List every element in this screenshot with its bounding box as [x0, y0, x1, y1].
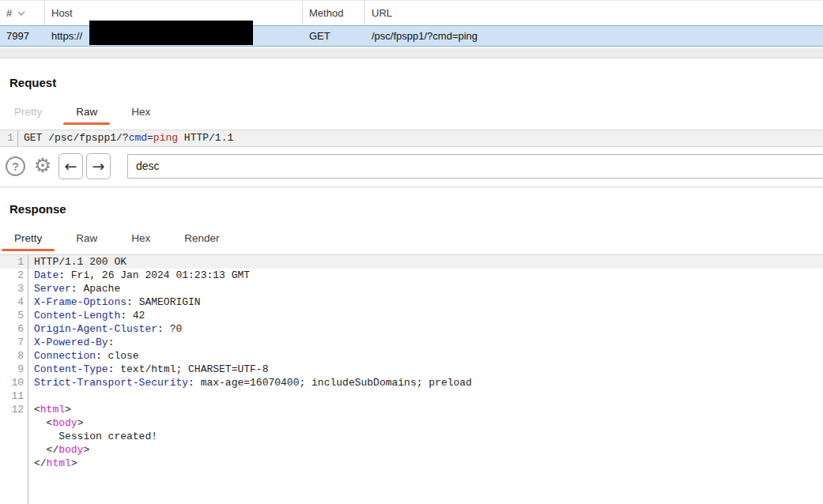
code-text: Content-Type: text/html; CHARSET=UTF-8 — [24, 363, 268, 376]
code-line: 1GET /psc/fpspp1/?cmd=ping HTTP/1.1 — [0, 130, 823, 146]
previous-match-button[interactable]: ← — [59, 153, 83, 179]
code-line: 11 — [0, 389, 823, 403]
column-header-number[interactable]: # — [0, 1, 45, 25]
code-text: Date: Fri, 26 Jan 2024 01:23:13 GMT — [24, 269, 250, 282]
code-text — [24, 389, 34, 403]
response-tab-raw[interactable]: Raw — [76, 232, 97, 245]
row-number-cell: 7997 — [0, 26, 45, 46]
line-number: 1 — [0, 130, 13, 146]
code-text: X-Powered-By: — [24, 336, 114, 349]
response-tab-pretty[interactable]: Pretty — [14, 232, 42, 245]
help-icon[interactable]: ? — [6, 156, 25, 176]
code-line: 1HTTP/1.1 200 OK — [0, 255, 823, 269]
row-url-cell: /psc/fpspp1/?cmd=ping — [365, 26, 823, 46]
column-header-method-label: Method — [309, 2, 343, 25]
code-line: Session created! — [0, 430, 823, 443]
request-editor[interactable]: 1GET /psc/fpspp1/?cmd=ping HTTP/1.1 — [0, 130, 823, 147]
column-header-host-label: Host — [51, 2, 73, 25]
line-number: 1 — [0, 255, 24, 269]
next-match-button[interactable]: → — [86, 153, 111, 179]
code-line: 7X-Powered-By: — [0, 336, 823, 349]
line-number: 10 — [0, 376, 24, 389]
redaction-box — [89, 21, 253, 45]
http-message-viewer: # Host Method URL 7997 https:// GET /psc… — [0, 0, 823, 504]
code-text: Strict-Transport-Security: max-age=16070… — [24, 376, 472, 389]
line-number: 7 — [0, 336, 24, 349]
line-number: 9 — [0, 363, 24, 376]
row-method-cell: GET — [303, 26, 365, 46]
line-number: 6 — [0, 322, 24, 336]
code-text: </html> — [24, 457, 77, 470]
search-input[interactable] — [127, 154, 823, 179]
search-toolbar: ? ⚙ ← → — [0, 149, 823, 182]
line-number — [0, 443, 24, 457]
code-line: 4X-Frame-Options: SAMEORIGIN — [0, 295, 823, 309]
response-lines: 1HTTP/1.1 200 OK2Date: Fri, 26 Jan 2024 … — [0, 255, 823, 470]
line-number: 5 — [0, 309, 24, 322]
request-tab-hex[interactable]: Hex — [131, 106, 150, 118]
line-number: 11 — [0, 389, 24, 403]
code-line: 12<html> — [0, 403, 823, 416]
code-text: X-Frame-Options: SAMEORIGIN — [24, 295, 201, 309]
line-number: 2 — [0, 269, 24, 282]
request-tab-raw[interactable]: Raw — [76, 106, 97, 118]
request-tab-pretty[interactable]: Pretty — [14, 106, 42, 118]
request-section-title: Request — [9, 76, 56, 89]
code-line: 5Content-Length: 42 — [0, 309, 823, 322]
line-number — [0, 430, 24, 443]
code-text: GET /psc/fpspp1/?cmd=ping HTTP/1.1 — [13, 130, 233, 146]
code-text: </body> — [24, 443, 89, 457]
line-number — [0, 416, 24, 430]
history-table: # Host Method URL 7997 https:// GET /psc… — [0, 0, 823, 58]
right-arrow-icon: → — [92, 157, 105, 175]
response-tab-render[interactable]: Render — [184, 232, 219, 245]
code-text: Server: Apache — [24, 282, 120, 295]
gutter-divider — [28, 255, 28, 504]
code-line: 9Content-Type: text/html; CHARSET=UTF-8 — [0, 363, 823, 376]
code-text: Session created! — [24, 430, 157, 443]
code-line: 3Server: Apache — [0, 282, 823, 295]
table-empty-strip — [0, 48, 823, 58]
response-tabs: Pretty Raw Hex Render — [14, 232, 220, 245]
code-line: <body> — [0, 416, 823, 430]
line-number: 12 — [0, 403, 24, 416]
column-header-url-label: URL — [372, 2, 392, 25]
code-text: Content-Length: 42 — [24, 309, 145, 322]
response-tab-hex[interactable]: Hex — [131, 232, 150, 245]
gutter-divider — [17, 130, 18, 146]
code-line: </html> — [0, 457, 823, 470]
line-number: 3 — [0, 282, 24, 295]
column-header-number-label: # — [6, 2, 12, 25]
line-number: 4 — [0, 295, 24, 309]
code-text: HTTP/1.1 200 OK — [24, 255, 126, 269]
line-number — [0, 457, 24, 470]
code-line: </body> — [0, 443, 823, 457]
settings-gear-icon[interactable]: ⚙ — [31, 154, 55, 178]
column-header-url[interactable]: URL — [365, 1, 823, 25]
sort-chevron-icon[interactable] — [17, 11, 25, 16]
code-text: <body> — [24, 416, 83, 430]
request-tabs: Pretty Raw Hex — [14, 106, 150, 118]
response-editor[interactable]: 1HTTP/1.1 200 OK2Date: Fri, 26 Jan 2024 … — [0, 254, 823, 504]
code-line: 10Strict-Transport-Security: max-age=160… — [0, 376, 823, 389]
response-section-title: Response — [9, 202, 66, 216]
code-line: 2Date: Fri, 26 Jan 2024 01:23:13 GMT — [0, 269, 823, 282]
left-arrow-icon: ← — [65, 157, 77, 175]
line-number: 8 — [0, 349, 24, 363]
column-header-method[interactable]: Method — [303, 1, 365, 25]
section-divider — [0, 186, 823, 187]
code-text: <html> — [24, 403, 71, 416]
code-line: 6Origin-Agent-Cluster: ?0 — [0, 322, 823, 336]
code-text: Origin-Agent-Cluster: ?0 — [24, 322, 182, 336]
request-lines: 1GET /psc/fpspp1/?cmd=ping HTTP/1.1 — [0, 130, 823, 146]
code-text: Connection: close — [24, 349, 139, 363]
code-line: 8Connection: close — [0, 349, 823, 363]
